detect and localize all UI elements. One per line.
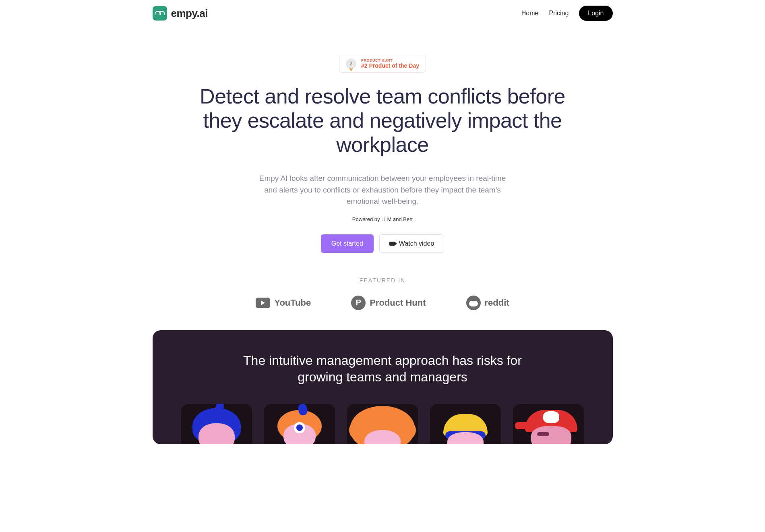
youtube-icon: [256, 298, 270, 308]
featured-producthunt-label: Product Hunt: [370, 298, 426, 308]
avatar-3: [347, 404, 418, 444]
featured-youtube[interactable]: YouTube: [256, 298, 311, 308]
nav-home[interactable]: Home: [521, 10, 539, 17]
powered-by: Powered by LLM and Bert: [153, 216, 613, 222]
featured-label: FEATURED IN: [153, 277, 613, 284]
brand-logo[interactable]: empy.ai: [153, 6, 208, 21]
product-hunt-badge[interactable]: 2 PRODUCT HUNT #2 Product of the Day: [339, 55, 426, 72]
ph-label: PRODUCT HUNT: [361, 58, 419, 62]
site-header: empy.ai Home Pricing Login: [153, 0, 613, 27]
featured-section: FEATURED IN YouTube P Product Hunt reddi…: [153, 277, 613, 330]
risks-title: The intuitive management approach has ri…: [242, 352, 523, 386]
nav-pricing[interactable]: Pricing: [549, 10, 569, 17]
avatar-4: [430, 404, 501, 444]
hero-title: Detect and resolve team conflicts before…: [181, 85, 584, 157]
brand-name: empy.ai: [171, 7, 208, 20]
producthunt-icon: P: [351, 296, 366, 310]
watch-video-label: Watch video: [399, 240, 434, 247]
featured-reddit-label: reddit: [485, 298, 509, 308]
main-nav: Home Pricing Login: [521, 6, 613, 21]
reddit-icon: [466, 296, 481, 310]
watch-video-button[interactable]: Watch video: [379, 234, 444, 253]
ph-badge-text: PRODUCT HUNT #2 Product of the Day: [361, 58, 419, 69]
cta-row: Get started Watch video: [153, 234, 613, 253]
avatar-row: [165, 404, 601, 444]
hero-section: 2 PRODUCT HUNT #2 Product of the Day Det…: [153, 27, 613, 253]
hero-subtitle: Empy AI looks after communication betwee…: [258, 173, 507, 207]
login-button[interactable]: Login: [579, 6, 612, 21]
featured-youtube-label: YouTube: [274, 298, 311, 308]
avatar-2: [264, 404, 335, 444]
ph-rank: #2 Product of the Day: [361, 62, 419, 69]
logo-icon: [153, 6, 167, 21]
avatar-5: [513, 404, 584, 444]
video-icon: [389, 242, 395, 246]
risks-panel: The intuitive management approach has ri…: [153, 330, 613, 444]
featured-producthunt[interactable]: P Product Hunt: [351, 296, 426, 310]
get-started-button[interactable]: Get started: [321, 234, 374, 253]
featured-reddit[interactable]: reddit: [466, 296, 509, 310]
medal-icon: 2: [346, 58, 356, 69]
avatar-1: [181, 404, 252, 444]
featured-logos: YouTube P Product Hunt reddit: [153, 296, 613, 310]
